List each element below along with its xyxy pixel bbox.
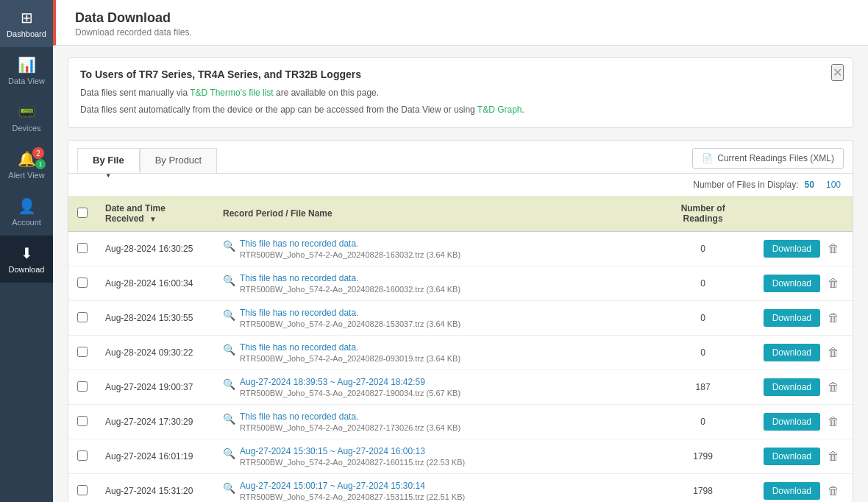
sidebar-item-label: Dashboard: [7, 29, 46, 38]
file-name: RTR500BW_Joho_574-2-Ao_20240828-153037.t…: [240, 319, 460, 328]
delete-button[interactable]: 🗑: [823, 448, 844, 464]
search-icon[interactable]: 🔍: [223, 378, 235, 390]
row-checkbox[interactable]: [77, 416, 88, 426]
download-button[interactable]: Download: [764, 344, 820, 361]
search-icon[interactable]: 🔍: [223, 448, 235, 459]
notice-line1: Data files sent manually via T&D Thermo'…: [80, 86, 841, 100]
download-button[interactable]: Download: [764, 413, 820, 431]
search-icon[interactable]: 🔍: [223, 482, 235, 494]
sort-icon[interactable]: ▼: [149, 215, 157, 223]
tab-by-product[interactable]: By Product: [140, 148, 218, 173]
row-readings: 0: [652, 266, 755, 301]
col-date: Date and Time Received ▼: [96, 196, 214, 232]
row-readings: 0: [652, 232, 755, 266]
search-icon[interactable]: 🔍: [223, 240, 235, 252]
close-notice-button[interactable]: ✕: [831, 64, 844, 81]
download-button[interactable]: Download: [764, 378, 820, 396]
download-button[interactable]: Download: [764, 482, 820, 500]
search-icon[interactable]: 🔍: [223, 413, 235, 425]
notice-title: To Users of TR7 Series, TR4A Series, and…: [80, 68, 841, 80]
row-file: 🔍This file has no recorded data.RTR500BW…: [214, 266, 652, 301]
data-table: Date and Time Received ▼ Record Period /…: [68, 196, 853, 502]
devices-icon: 📟: [18, 103, 36, 121]
tabs-row: By File By Product 📄 Current Readings Fi…: [68, 141, 853, 174]
download-button[interactable]: Download: [764, 448, 820, 465]
file-name: RTR500BW_Joho_574-2-Ao_20240827-160115.t…: [240, 458, 465, 467]
delete-button[interactable]: 🗑: [823, 379, 844, 395]
row-datetime: Aug-27-2024 17:30:29: [96, 405, 214, 439]
file-title-link[interactable]: This file has no recorded data.: [240, 308, 460, 318]
search-icon[interactable]: 🔍: [223, 309, 235, 321]
row-file: 🔍This file has no recorded data.RTR500BW…: [214, 336, 652, 370]
tab-by-file[interactable]: By File: [77, 148, 140, 173]
download-button[interactable]: Download: [764, 240, 820, 258]
row-checkbox[interactable]: [77, 450, 88, 461]
file-title-link[interactable]: This file has no recorded data.: [240, 273, 460, 283]
alert-badge-red: 2: [32, 147, 44, 159]
delete-button[interactable]: 🗑: [823, 483, 844, 499]
download-button[interactable]: Download: [764, 309, 820, 327]
row-datetime: Aug-27-2024 16:01:19: [96, 439, 214, 474]
account-icon: 👤: [18, 197, 36, 215]
sidebar-item-label: Alert View: [8, 171, 44, 180]
file-name: RTR500BW_Joho_574-2-Ao_20240828-093019.t…: [240, 354, 460, 363]
file-title-link[interactable]: Aug-27-2024 15:30:15 ~ Aug-27-2024 16:00…: [240, 446, 465, 456]
row-checkbox[interactable]: [77, 312, 88, 322]
row-checkbox[interactable]: [77, 277, 88, 288]
row-file: 🔍Aug-27-2024 15:30:15 ~ Aug-27-2024 16:0…: [214, 439, 652, 474]
delete-button[interactable]: 🗑: [823, 275, 844, 291]
row-readings: 1799: [652, 439, 755, 474]
row-readings: 1798: [652, 474, 755, 502]
table-row: Aug-27-2024 17:30:29🔍This file has no re…: [68, 405, 853, 439]
delete-button[interactable]: 🗑: [823, 310, 844, 326]
row-checkbox[interactable]: [77, 243, 88, 253]
sidebar-item-label: Data View: [8, 77, 45, 85]
sidebar-item-alert-view[interactable]: 2 1 🔔 Alert View: [0, 141, 53, 188]
row-file: 🔍Aug-27-2024 15:00:17 ~ Aug-27-2024 15:3…: [214, 474, 652, 502]
row-readings: 187: [652, 370, 755, 405]
search-icon[interactable]: 🔍: [223, 275, 235, 286]
row-datetime: Aug-28-2024 16:00:34: [96, 266, 214, 301]
file-title-link[interactable]: Aug-27-2024 18:39:53 ~ Aug-27-2024 18:42…: [240, 377, 460, 387]
row-checkbox[interactable]: [77, 381, 88, 392]
download-icon: ⬇: [21, 244, 33, 262]
page-header: Data Download Download recorded data fil…: [53, 0, 868, 46]
notice-link1[interactable]: T&D Thermo's file list: [190, 88, 273, 98]
delete-button[interactable]: 🗑: [823, 414, 844, 430]
sidebar-item-account[interactable]: 👤 Account: [0, 188, 53, 236]
notice-line2: Data files sent automatically from the d…: [80, 103, 841, 117]
row-readings: 0: [652, 336, 755, 370]
table-row: Aug-27-2024 16:01:19🔍Aug-27-2024 15:30:1…: [68, 439, 853, 474]
sidebar-item-dashboard[interactable]: ⊞ Dashboard: [0, 0, 53, 47]
download-button[interactable]: Download: [764, 275, 820, 292]
col-checkbox: [68, 196, 96, 232]
notice-link2[interactable]: T&D Graph: [477, 105, 522, 115]
row-actions: Download🗑: [755, 405, 853, 439]
table-row: Aug-28-2024 16:00:34🔍This file has no re…: [68, 266, 853, 301]
sidebar-item-download[interactable]: ⬇ Download: [0, 236, 53, 283]
file-name: RTR500BW_Joho_574-3-Ao_20240827-190034.t…: [240, 389, 460, 397]
row-checkbox[interactable]: [77, 347, 88, 357]
current-readings-button[interactable]: 📄 Current Readings Files (XML): [692, 148, 844, 169]
row-actions: Download🗑: [755, 474, 853, 502]
content-area: ✕ To Users of TR7 Series, TR4A Series, a…: [53, 46, 868, 502]
file-title-link[interactable]: This file has no recorded data.: [240, 411, 460, 422]
file-title-link[interactable]: Aug-27-2024 15:00:17 ~ Aug-27-2024 15:30…: [240, 481, 465, 491]
row-actions: Download🗑: [755, 336, 853, 370]
xml-icon: 📄: [702, 153, 713, 163]
select-all-checkbox[interactable]: [77, 208, 88, 218]
sidebar-item-label: Account: [12, 218, 41, 227]
file-count-100[interactable]: 100: [826, 180, 841, 190]
chart-icon: 📊: [18, 56, 36, 74]
row-checkbox[interactable]: [77, 485, 88, 495]
delete-button[interactable]: 🗑: [823, 344, 844, 361]
search-icon[interactable]: 🔍: [223, 344, 235, 356]
sidebar-item-devices[interactable]: 📟 Devices: [0, 94, 53, 141]
delete-button[interactable]: 🗑: [823, 241, 844, 257]
file-title-link[interactable]: This file has no recorded data.: [240, 342, 460, 353]
tabs: By File By Product: [77, 148, 217, 173]
sidebar-item-data-view[interactable]: 📊 Data View: [0, 47, 53, 94]
alert-badge-green: 1: [35, 159, 46, 169]
file-title-link[interactable]: This file has no recorded data.: [240, 238, 460, 249]
file-count-50[interactable]: 50: [805, 180, 814, 190]
